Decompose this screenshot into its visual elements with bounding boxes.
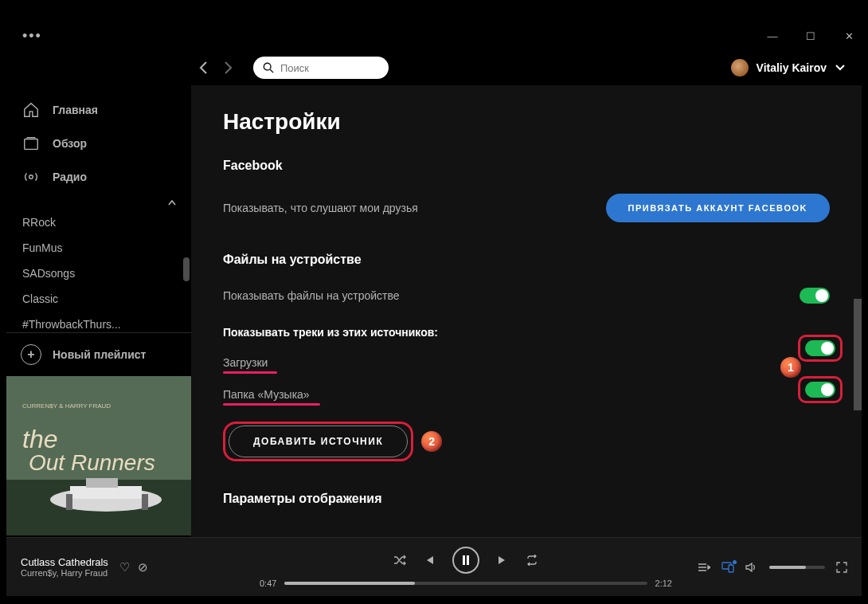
- svg-line-1: [270, 69, 273, 73]
- sources-heading: Показывать треки из этих источников:: [223, 326, 830, 339]
- window-close-button[interactable]: ✕: [839, 30, 858, 42]
- avatar: [731, 59, 749, 76]
- svg-point-0: [264, 63, 271, 70]
- playlist-item[interactable]: FunMus: [6, 235, 191, 261]
- titlebar: ••• — ☐ ✕: [6, 22, 862, 50]
- main-scrollbar[interactable]: [854, 299, 862, 410]
- annotation-highlight: ДОБАВИТЬ ИСТОЧНИК: [223, 422, 413, 461]
- annotation-badge-2: 2: [421, 431, 442, 452]
- annotation-highlight: [798, 335, 843, 362]
- block-button[interactable]: ⊘: [138, 560, 148, 575]
- sidebar: Главная Обзор Радио RRock FunMus SAD: [6, 85, 191, 537]
- nav-forward-button[interactable]: [223, 61, 234, 75]
- section-facebook-heading: Facebook: [223, 159, 830, 173]
- fullscreen-button[interactable]: [836, 562, 847, 573]
- home-icon: [22, 101, 40, 119]
- playlists-section: RRock FunMus SADsongs Classic #Throwback…: [6, 210, 191, 332]
- show-local-label: Показывать файлы на устройстве: [223, 289, 400, 302]
- search-input[interactable]: [280, 62, 379, 74]
- annotation-toggles-group: 1: [798, 335, 843, 403]
- search-box[interactable]: [253, 57, 389, 79]
- source-row-downloads: Загрузки: [223, 347, 830, 378]
- svg-rect-14: [463, 555, 465, 565]
- sidebar-item-label: Главная: [53, 104, 98, 116]
- playlist-item[interactable]: #ThrowbackThurs...: [6, 312, 191, 332]
- nav-back-button[interactable]: [197, 61, 209, 75]
- window-maximize-button[interactable]: ☐: [801, 30, 820, 42]
- svg-text:the: the: [22, 425, 57, 453]
- sidebar-item-label: Обзор: [53, 137, 87, 150]
- new-playlist-button[interactable]: + Новый плейлист: [6, 332, 191, 376]
- svg-text:CURREN$Y & HARRY FRAUD: CURREN$Y & HARRY FRAUD: [22, 402, 111, 410]
- volume-icon[interactable]: [745, 562, 758, 573]
- svg-rect-12: [142, 494, 148, 510]
- source-music-toggle[interactable]: [805, 382, 835, 398]
- devices-button[interactable]: [721, 562, 734, 573]
- progress-bar[interactable]: [284, 582, 647, 585]
- setting-row-facebook: Показывать, что слушают мои друзья ПРИВЯ…: [223, 186, 830, 230]
- menu-dots-icon[interactable]: •••: [22, 28, 42, 45]
- search-icon: [263, 62, 274, 73]
- next-button[interactable]: [497, 555, 508, 566]
- sidebar-item-label: Радио: [53, 171, 87, 183]
- section-localfiles-heading: Файлы на устройстве: [223, 253, 830, 267]
- page-title: Настройки: [223, 109, 830, 135]
- play-pause-button[interactable]: [452, 547, 479, 574]
- time-total: 2:12: [655, 579, 672, 588]
- playlist-item[interactable]: RRock: [6, 210, 191, 235]
- svg-rect-10: [70, 486, 142, 499]
- source-music-label: Папка «Музыка»: [223, 388, 310, 401]
- playlists-collapse[interactable]: [6, 194, 191, 210]
- window-minimize-button[interactable]: —: [763, 30, 782, 42]
- source-row-music: Папка «Музыка»: [223, 378, 830, 410]
- player-bar: Cutlass Cathedrals Curren$y, Harry Fraud…: [6, 537, 862, 596]
- album-art: CURREN$Y & HARRY FRAUD the Out Runners: [6, 376, 191, 535]
- time-elapsed: 0:47: [260, 579, 276, 588]
- queue-button[interactable]: [698, 562, 710, 573]
- browse-icon: [22, 135, 40, 152]
- chevron-down-icon: [835, 64, 846, 72]
- radio-icon: [22, 168, 40, 186]
- track-title[interactable]: Cutlass Cathedrals: [21, 556, 108, 568]
- settings-panel: Настройки Facebook Показывать, что слуша…: [191, 85, 862, 537]
- like-button[interactable]: ♡: [119, 560, 130, 575]
- album-cover[interactable]: CURREN$Y & HARRY FRAUD the Out Runners: [6, 376, 191, 529]
- add-source-button[interactable]: ДОБАВИТЬ ИСТОЧНИК: [229, 426, 408, 457]
- sidebar-item-home[interactable]: Главная: [6, 93, 191, 127]
- sidebar-item-browse[interactable]: Обзор: [6, 127, 191, 160]
- facebook-friends-label: Показывать, что слушают мои друзья: [223, 202, 418, 214]
- svg-rect-13: [86, 478, 118, 488]
- user-menu[interactable]: Vitaliy Kairov: [731, 59, 846, 76]
- setting-row-showlocal: Показывать файлы на устройстве: [223, 280, 830, 312]
- playlist-scrollbar[interactable]: [183, 257, 190, 281]
- source-downloads-label: Загрузки: [223, 356, 268, 369]
- svg-rect-2: [25, 139, 38, 150]
- playlist-item[interactable]: SADsongs: [6, 261, 191, 286]
- playlist-item[interactable]: Classic: [6, 286, 191, 312]
- track-artist[interactable]: Curren$y, Harry Fraud: [21, 568, 108, 578]
- app-window: ••• — ☐ ✕ Vitaliy Kairov: [6, 22, 862, 596]
- user-name: Vitaliy Kairov: [757, 61, 827, 74]
- section-display-heading: Параметры отображения: [223, 492, 830, 506]
- repeat-button[interactable]: [526, 555, 538, 566]
- previous-button[interactable]: [424, 555, 435, 566]
- svg-point-3: [29, 175, 33, 179]
- topbar: Vitaliy Kairov: [6, 50, 862, 85]
- annotation-highlight: [798, 376, 843, 403]
- svg-rect-11: [66, 494, 72, 510]
- shuffle-button[interactable]: [393, 555, 406, 566]
- volume-slider[interactable]: [769, 566, 825, 569]
- show-local-toggle[interactable]: [800, 288, 830, 304]
- source-downloads-toggle[interactable]: [805, 340, 835, 356]
- plus-icon: +: [21, 344, 41, 365]
- sidebar-item-radio[interactable]: Радио: [6, 160, 191, 194]
- link-facebook-button[interactable]: ПРИВЯЗАТЬ АККАУНТ FACEBOOK: [606, 194, 831, 222]
- annotation-badge-1: 1: [780, 357, 801, 378]
- svg-text:Out Runners: Out Runners: [29, 450, 155, 475]
- svg-rect-17: [729, 565, 733, 572]
- new-playlist-label: Новый плейлист: [53, 348, 146, 361]
- svg-rect-15: [467, 555, 469, 565]
